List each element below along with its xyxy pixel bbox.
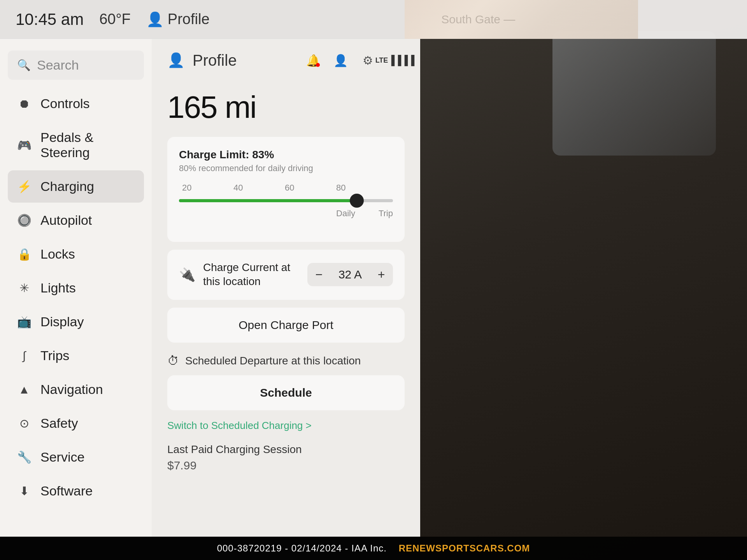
sidebar-item-controls[interactable]: ⏺ Controls [8, 88, 144, 120]
settings-icon-button[interactable]: ⚙ [358, 51, 377, 70]
content-header: 👤 Profile 🔔 👤 ⚙ LTE ▐▐▐▐ [167, 51, 405, 78]
status-profile-label: Profile [168, 11, 210, 28]
charge-limit-slider-container: 20 40 60 80 Daily Trip [179, 183, 393, 219]
sidebar-item-pedals[interactable]: 🎮 Pedals & Steering [8, 121, 144, 169]
schedule-button[interactable]: Schedule [167, 375, 405, 410]
charging-label: Charging [40, 179, 94, 194]
open-charge-port-button[interactable]: Open Charge Port [167, 308, 405, 343]
sidebar-item-locks[interactable]: 🔒 Locks [8, 238, 144, 270]
content-area: 👤 Profile 🔔 👤 ⚙ LTE ▐▐▐▐ 165 [152, 39, 420, 537]
tick-40: 40 [233, 183, 243, 193]
plus-icon: + [378, 268, 385, 282]
bottom-bar: 000-38720219 - 02/14/2024 - IAA Inc. REN… [0, 537, 747, 560]
charge-limit-subtitle: 80% recommended for daily driving [179, 163, 393, 173]
sidebar-item-autopilot[interactable]: 🔘 Autopilot [8, 204, 144, 236]
trip-label: Trip [379, 208, 393, 219]
lte-label: LTE [375, 56, 388, 65]
display-icon: 📺 [17, 315, 31, 329]
safety-label: Safety [40, 416, 78, 431]
charge-current-card: 🔌 Charge Current atthis location − 32 A … [167, 250, 405, 300]
content-person-icon: 👤 [167, 52, 185, 68]
sidebar-item-service[interactable]: 🔧 Service [8, 441, 144, 473]
brand-watermark: RENEWSPORTSCARS.COM [399, 543, 530, 553]
locks-icon: 🔒 [17, 247, 31, 261]
schedule-button-card[interactable]: Schedule [167, 375, 405, 410]
map-background [405, 0, 638, 39]
charge-current-label: Charge Current atthis location [203, 261, 300, 289]
minus-icon: − [316, 268, 323, 282]
autopilot-label: Autopilot [40, 213, 92, 228]
interior-background [420, 0, 747, 560]
current-control: − 32 A + [307, 263, 393, 286]
display-label: Display [40, 314, 84, 329]
switch-to-scheduled-charging-link[interactable]: Switch to Scheduled Charging > [167, 420, 312, 432]
sidebar-item-lights[interactable]: ✳ Lights [8, 272, 144, 304]
sidebar-item-charging[interactable]: ⚡ Charging [8, 170, 144, 203]
software-label: Software [40, 483, 93, 499]
software-icon: ⬇ [17, 484, 31, 498]
status-bar: 10:45 am 60°F 👤 Profile South Gate — [0, 0, 747, 39]
range-display: 165 mi [167, 89, 405, 125]
daily-label: Daily [336, 208, 355, 219]
sidebar: 🔍 Search ⏺ Controls 🎮 Pedals & Steering … [0, 39, 152, 537]
trips-label: Trips [40, 348, 69, 363]
bottom-bar-id-text: 000-38720219 - 02/14/2024 - IAA Inc. [217, 543, 387, 553]
main-container: 🔍 Search ⏺ Controls 🎮 Pedals & Steering … [0, 39, 420, 537]
charge-limit-slider[interactable] [179, 199, 393, 202]
header-icons-right: 🔔 👤 ⚙ LTE ▐▐▐▐ [303, 51, 405, 70]
pedals-label: Pedals & Steering [40, 130, 135, 160]
autopilot-icon: 🔘 [17, 214, 31, 227]
search-label: Search [37, 58, 79, 73]
lights-icon: ✳ [17, 281, 31, 295]
slider-thumb[interactable] [350, 194, 364, 208]
open-charge-port-card[interactable]: Open Charge Port [167, 308, 405, 343]
lte-signal-display: LTE ▐▐▐▐ [385, 51, 405, 70]
tick-100 [388, 183, 390, 193]
sidebar-item-navigation[interactable]: ▲ Navigation [8, 373, 144, 406]
notification-bell-button[interactable]: 🔔 [303, 51, 323, 70]
last-paid-amount: $7.99 [167, 459, 405, 472]
tick-60: 60 [285, 183, 294, 193]
window-reflection [552, 31, 716, 156]
scheduled-departure-section: ⏱ Scheduled Departure at this location S… [167, 354, 405, 410]
charge-limit-card: Charge Limit: 83% 80% recommended for da… [167, 137, 405, 242]
search-icon: 🔍 [17, 59, 31, 72]
navigation-icon: ▲ [17, 383, 31, 396]
sidebar-item-trips[interactable]: ∫ Trips [8, 340, 144, 372]
pedals-icon: 🎮 [17, 138, 31, 152]
notification-dot [316, 63, 320, 67]
navigation-label: Navigation [40, 382, 103, 397]
bottom-bar-text: 000-38720219 - 02/14/2024 - IAA Inc. REN… [217, 543, 530, 554]
current-value: 32 A [331, 268, 370, 281]
current-increment-button[interactable]: + [370, 263, 393, 286]
profile-icon-button[interactable]: 👤 [331, 51, 350, 70]
charging-icon: ⚡ [17, 180, 31, 193]
plug-icon: 🔌 [179, 267, 195, 282]
content-profile-label: Profile [193, 52, 237, 69]
current-decrement-button[interactable]: − [307, 263, 331, 286]
controls-icon: ⏺ [17, 97, 31, 110]
service-label: Service [40, 450, 84, 465]
sidebar-item-display[interactable]: 📺 Display [8, 306, 144, 338]
gear-icon: ⚙ [363, 54, 373, 67]
signal-bars-icon: ▐▐▐▐ [388, 55, 414, 66]
safety-icon: ⊙ [17, 416, 31, 430]
car-interior-panel [420, 0, 747, 560]
controls-label: Controls [40, 96, 90, 111]
person-icon: 👤 [146, 11, 164, 28]
sidebar-item-software[interactable]: ⬇ Software [8, 475, 144, 507]
last-paid-charging-section: Last Paid Charging Session $7.99 [167, 443, 405, 472]
slider-tick-labels: 20 40 60 80 [179, 183, 393, 193]
charge-limit-title: Charge Limit: 83% [179, 149, 393, 161]
clock-icon: ⏱ [167, 354, 179, 368]
trips-icon: ∫ [17, 349, 31, 362]
locks-label: Locks [40, 247, 75, 262]
scheduled-departure-title: ⏱ Scheduled Departure at this location [167, 354, 405, 368]
sidebar-item-safety[interactable]: ⊙ Safety [8, 407, 144, 439]
status-time: 10:45 am [16, 10, 84, 29]
service-icon: 🔧 [17, 450, 31, 464]
slider-fill [179, 199, 357, 202]
status-profile[interactable]: 👤 Profile [146, 11, 210, 28]
search-box[interactable]: 🔍 Search [8, 51, 144, 80]
slider-mode-labels: Daily Trip [179, 208, 393, 219]
